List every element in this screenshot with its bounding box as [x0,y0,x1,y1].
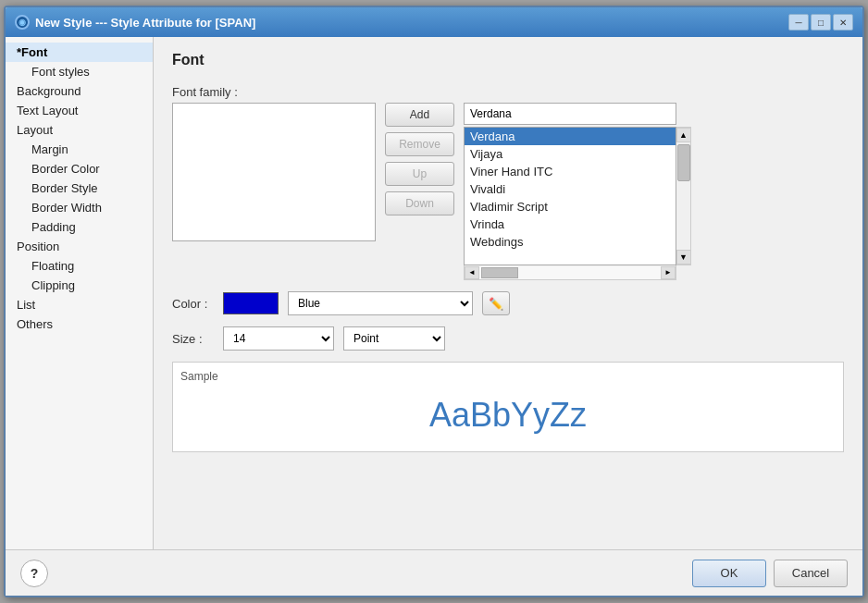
minimize-button[interactable]: ─ [788,14,809,31]
dialog-window: ◉ New Style --- Style Attribute for [SPA… [4,6,864,597]
font-option-vrinda[interactable]: Vrinda [465,215,676,233]
window-controls: ─ □ ✕ [788,14,853,31]
color-swatch[interactable] [223,292,279,314]
h-scroll-right-arrow[interactable]: ► [661,266,676,279]
size-label: Size : [172,332,214,346]
sidebar: *Font Font styles Background Text Layout… [6,37,154,549]
sidebar-item-font-styles[interactable]: Font styles [6,62,153,81]
sample-section: Sample AaBbYyZz [172,362,844,452]
sidebar-item-background[interactable]: Background [6,81,153,101]
font-list-container [172,103,376,241]
cancel-button[interactable]: Cancel [774,560,848,587]
title-bar: ◉ New Style --- Style Attribute for [SPA… [6,7,862,37]
sidebar-item-border-color[interactable]: Border Color [6,159,153,178]
sidebar-item-border-style[interactable]: Border Style [6,178,153,198]
up-button[interactable]: Up [385,162,454,186]
sidebar-item-border-width[interactable]: Border Width [6,198,153,217]
size-dropdown-wrapper: 8 9 10 11 12 14 16 18 20 24 [223,326,334,351]
sample-label: Sample [180,370,836,383]
eyedropper-icon: ✏️ [489,297,503,311]
font-dropdown-container: Verdana Vijaya Viner Hand ITC Vivaldi Vl… [464,103,691,280]
footer-buttons: OK Cancel [692,560,848,587]
h-scroll-track [479,266,661,279]
sidebar-item-font[interactable]: *Font [6,43,153,62]
dialog-footer: ? OK Cancel [6,549,862,596]
app-icon: ◉ [15,15,30,30]
scroll-down-arrow[interactable]: ▼ [676,250,691,265]
font-h-scrollbar[interactable]: ◄ ► [464,265,676,280]
font-option-vivaldi[interactable]: Vivaldi [465,180,676,198]
window-title: New Style --- Style Attribute for [SPAN] [35,16,255,30]
sample-text: AaBbYyZz [180,387,836,444]
help-button[interactable]: ? [20,560,48,587]
color-label: Color : [172,297,214,311]
font-family-group: Font family : Add Remove Up Down [172,85,844,280]
sidebar-item-margin[interactable]: Margin [6,140,153,159]
font-scroll-container: Verdana Vijaya Viner Hand ITC Vivaldi Vl… [464,127,691,265]
h-scroll-thumb[interactable] [481,267,518,278]
panel-title: Font [172,52,844,68]
scroll-thumb[interactable] [677,144,690,181]
size-row: Size : 8 9 10 11 12 14 16 18 20 24 [172,326,844,351]
font-option-verdana[interactable]: Verdana [465,128,676,145]
sidebar-item-text-layout[interactable]: Text Layout [6,101,153,120]
color-row: Color : Blue Red Green Black White Yello… [172,291,844,315]
close-button[interactable]: ✕ [833,14,853,31]
color-dropdown-wrapper: Blue Red Green Black White Yellow Custom… [288,291,473,315]
down-button[interactable]: Down [385,191,454,215]
font-option-viner[interactable]: Viner Hand ITC [465,163,676,180]
h-scroll-left-arrow[interactable]: ◄ [465,266,479,279]
restore-button[interactable]: □ [811,14,831,31]
sidebar-item-layout[interactable]: Layout [6,120,153,140]
sidebar-item-padding[interactable]: Padding [6,217,153,237]
sidebar-item-others[interactable]: Others [6,314,153,334]
font-option-vladimir[interactable]: Vladimir Script [465,198,676,215]
color-select[interactable]: Blue Red Green Black White Yellow Custom… [288,291,473,315]
size-select[interactable]: 8 9 10 11 12 14 16 18 20 24 [223,326,334,351]
remove-button[interactable]: Remove [385,132,454,156]
font-option-vijaya[interactable]: Vijaya [465,145,676,163]
sidebar-item-list[interactable]: List [6,295,153,314]
dialog-body: *Font Font styles Background Text Layout… [6,37,862,549]
add-button[interactable]: Add [385,103,454,127]
font-search-input[interactable] [464,103,676,125]
font-scrollbar[interactable]: ▲ ▼ [676,127,691,265]
font-family-label: Font family : [172,85,844,99]
eyedropper-button[interactable]: ✏️ [482,291,510,315]
font-action-buttons: Add Remove Up Down [385,103,454,215]
unit-select[interactable]: Point Pixel Em Percent [343,326,445,351]
font-dropdown-list[interactable]: Verdana Vijaya Viner Hand ITC Vivaldi Vl… [464,127,676,265]
font-list-box[interactable] [172,103,376,241]
font-section: Font family : Add Remove Up Down [172,85,844,452]
content-area: Font Font family : Add Remove [154,37,862,549]
scroll-up-arrow[interactable]: ▲ [676,128,691,142]
ok-button[interactable]: OK [692,560,766,587]
sidebar-item-position[interactable]: Position [6,237,153,256]
title-bar-left: ◉ New Style --- Style Attribute for [SPA… [15,15,255,30]
unit-dropdown-wrapper: Point Pixel Em Percent [343,326,445,351]
sidebar-item-clipping[interactable]: Clipping [6,276,153,295]
font-family-row: Add Remove Up Down Verdana [172,103,844,280]
sidebar-item-floating[interactable]: Floating [6,256,153,276]
font-option-webdings[interactable]: Webdings [465,233,676,251]
